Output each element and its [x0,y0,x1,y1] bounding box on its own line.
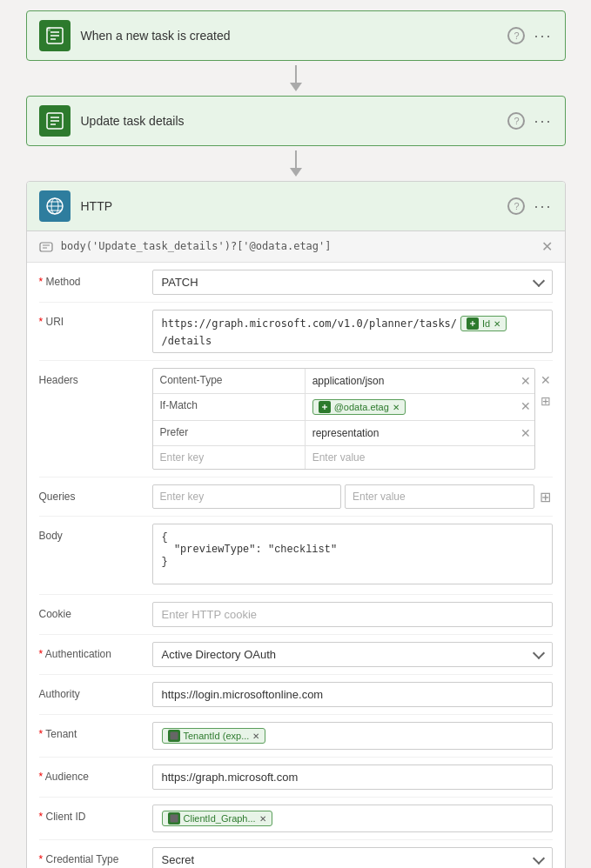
svg-rect-4 [46,27,50,31]
cookie-input[interactable]: Enter HTTP cookie [152,602,553,627]
step1-label: When a new task is created [81,29,498,43]
queries-input: Enter key Enter value ⊞ [152,484,553,509]
header-key-empty[interactable]: Enter key [153,446,306,469]
tenant-input[interactable]: TenantId (exp... ✕ [152,722,553,750]
tenant-field: TenantId (exp... ✕ [152,722,553,750]
step2-icon [39,105,71,137]
http-more[interactable]: ··· [534,197,552,216]
header-delete-row-1[interactable]: ✕ [517,394,534,420]
authority-label: Authority [39,682,144,700]
header-value-1: application/json [306,369,517,393]
tenant-row: Tenant TenantId (exp... ✕ [39,715,553,758]
authentication-row: Authentication Active Directory OAuth [39,635,553,675]
cookie-row: Cookie Enter HTTP cookie [39,595,553,635]
header-token-etag-close[interactable]: ✕ [393,403,400,412]
header-delete-row-0[interactable]: ✕ [517,369,534,393]
headers-row: Headers Content-Type application/json ✕ … [39,361,553,477]
uri-field: https://graph.microsoft.com/v1.0/planner… [152,310,553,353]
header-token-etag: @odata.etag ✕ [312,399,406,415]
step2-label: Update task details [81,114,498,128]
header-token-etag-icon [319,401,331,413]
header-token-etag-label: @odata.etag [334,402,389,412]
authentication-label: Authentication [39,642,144,660]
arrow1 [290,61,302,96]
queries-field: Enter key Enter value ⊞ [152,484,553,509]
uri-input[interactable]: https://graph.microsoft.com/v1.0/planner… [152,310,553,353]
header-row-3: Prefer representation ✕ [153,421,534,446]
uri-token-label: Id [482,318,490,329]
http-card: HTTP ? ··· body('Update_task_details')?[… [26,181,566,868]
uri-token-close[interactable]: ✕ [494,319,500,329]
authority-row: Authority https://login.microsoftonline.… [39,675,553,715]
authentication-value: Active Directory OAuth [162,648,277,661]
client-id-row: Client ID ClientId_Graph... ✕ [39,798,553,840]
step1-actions: ? ··· [507,27,552,45]
headers-delete-icon[interactable]: ✕ [539,371,553,389]
header-value-3: representation [306,421,517,445]
step2-more[interactable]: ··· [534,112,552,130]
http-help[interactable]: ? [507,197,525,215]
credential-type-field: Secret [152,847,553,868]
svg-rect-23 [170,732,178,740]
queries-label: Queries [39,484,144,503]
step1-help[interactable]: ? [507,27,525,44]
credential-type-chevron-icon [532,852,544,865]
header-key-2: If-Match [153,394,306,420]
cookie-label: Cookie [39,602,144,620]
audience-input[interactable]: https://graph.microsoft.com [152,765,553,790]
header-value-empty[interactable]: Enter value [306,446,534,469]
arrow2 [290,146,302,181]
step1-more[interactable]: ··· [534,27,552,45]
audience-row: Audience https://graph.microsoft.com [39,758,553,798]
queries-row: Queries Enter key Enter value ⊞ [39,477,553,517]
uri-token-id: Id ✕ [460,316,507,331]
body-field: { "previewType": "checklist" } [152,524,553,587]
queries-key-input[interactable]: Enter key [152,484,342,509]
method-row: Method PATCH [39,263,553,303]
client-id-input[interactable]: ClientId_Graph... ✕ [152,805,553,832]
headers-side-actions: ✕ ⊞ [539,368,553,410]
tenant-token: TenantId (exp... ✕ [162,728,266,744]
body-textarea[interactable]: { "previewType": "checklist" } [152,524,553,584]
step1-icon [39,20,71,51]
client-id-token-label: ClientId_Graph... [184,813,256,824]
http-form: Method PATCH URI https://graph.microsoft… [27,263,565,868]
credential-type-row: Credential Type Secret [39,840,553,868]
credential-type-value: Secret [162,853,195,866]
headers-add-icon[interactable]: ⊞ [539,392,553,410]
http-actions: ? ··· [507,197,552,216]
client-id-token-icon [168,812,180,825]
client-id-field: ClientId_Graph... ✕ [152,805,553,832]
headers-field: Content-Type application/json ✕ If-Match [152,368,553,470]
authority-input[interactable]: https://login.microsoftonline.com [152,682,553,707]
client-id-token-close[interactable]: ✕ [259,814,266,824]
credential-type-label: Credential Type [39,847,144,865]
uri-suffix: /details [162,335,212,347]
queries-value-input[interactable]: Enter value [345,484,534,509]
method-select[interactable]: PATCH [152,270,553,295]
credential-type-select[interactable]: Secret [152,847,553,868]
method-label: Method [39,270,144,288]
queries-add-icon[interactable]: ⊞ [538,487,553,507]
audience-field: https://graph.microsoft.com [152,765,553,790]
client-id-token: ClientId_Graph... ✕ [162,811,272,826]
header-key-3: Prefer [153,421,306,445]
step2-actions: ? ··· [507,112,552,130]
authentication-select[interactable]: Active Directory OAuth [152,642,553,667]
etag-close[interactable]: ✕ [541,238,553,255]
headers-label: Headers [39,368,144,386]
client-id-label: Client ID [39,805,144,823]
method-value: PATCH [162,276,198,289]
headers-table: Content-Type application/json ✕ If-Match [152,368,535,470]
authentication-field: Active Directory OAuth [152,642,553,667]
etag-expression: body('Update_task_details')?['@odata.eta… [39,240,332,254]
tenant-token-icon [168,730,180,742]
header-key-1: Content-Type [153,369,306,393]
etag-text: body('Update_task_details')?['@odata.eta… [61,240,332,252]
header-delete-row-2[interactable]: ✕ [517,421,534,445]
step2-help[interactable]: ? [507,112,525,130]
tenant-token-close[interactable]: ✕ [252,731,259,741]
uri-label: URI [39,310,144,328]
svg-rect-14 [40,243,52,251]
body-label: Body [39,524,144,542]
